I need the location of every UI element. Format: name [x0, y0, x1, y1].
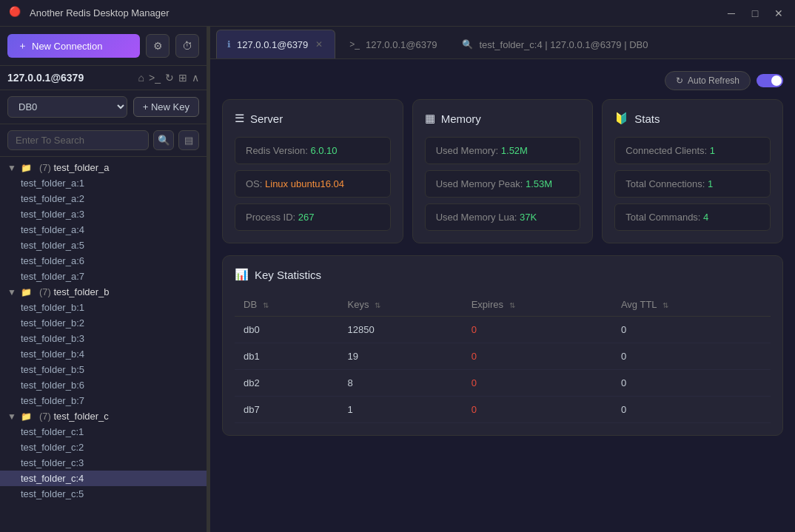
- sort-icon: ⇅: [375, 301, 380, 309]
- col-expires[interactable]: Expires ⇅: [463, 293, 612, 317]
- new-key-button[interactable]: + New Key: [133, 97, 199, 117]
- cell-db: db7: [235, 397, 339, 423]
- os-value: Linux ubuntu16.04: [265, 178, 344, 189]
- cell-db: db0: [235, 317, 339, 343]
- sort-icon: ⇅: [509, 301, 515, 309]
- list-item[interactable]: test_folder_a:1: [0, 175, 207, 191]
- used-memory-field: Used Memory: 1.52M: [425, 137, 581, 164]
- minimize-button[interactable]: ─: [724, 7, 739, 19]
- server-card-title: ☰ Server: [235, 112, 391, 125]
- grid-icon[interactable]: ⊞: [178, 72, 187, 84]
- col-keys[interactable]: Keys ⇅: [339, 293, 463, 317]
- list-item[interactable]: test_folder_a:7: [0, 269, 207, 284]
- col-db[interactable]: DB ⇅: [235, 293, 339, 317]
- list-item[interactable]: test_folder_b:6: [0, 377, 207, 393]
- app-title: Another Redis Desktop Manager: [30, 7, 724, 18]
- folder-b-header[interactable]: ▼ 📁 (7) test_folder_b: [0, 284, 207, 300]
- cell-avg-ttl: 0: [612, 370, 771, 397]
- sidebar: ＋ New Connection ⚙ ⏱ 127.0.0.1@6379 ⌂ >_…: [0, 27, 207, 532]
- table-row[interactable]: db2 8 0 0: [235, 370, 771, 397]
- filter-button[interactable]: ▤: [178, 130, 199, 150]
- folder-icon: 📁: [21, 287, 32, 297]
- table-row[interactable]: db7 1 0 0: [235, 397, 771, 423]
- app-logo: 🔴: [9, 6, 24, 21]
- used-memory-peak-value: 1.53M: [526, 178, 552, 189]
- connected-clients-field: Connected Clients: 1: [614, 137, 771, 164]
- maximize-button[interactable]: □: [748, 7, 762, 19]
- table-row[interactable]: db1 19 0 0: [235, 343, 771, 370]
- tab-key-label: test_folder_c:4 | 127.0.0.1@6379 | DB0: [479, 39, 648, 50]
- list-item[interactable]: test_folder_a:2: [0, 191, 207, 206]
- folder-b-name: test_folder_b: [51, 286, 110, 297]
- list-item[interactable]: test_folder_c:4: [0, 471, 207, 486]
- used-memory-lua-value: 37K: [520, 212, 537, 223]
- tab-key[interactable]: 🔍 test_folder_c:4 | 127.0.0.1@6379 | DB0: [451, 30, 659, 58]
- filter-icon: ▤: [184, 135, 193, 146]
- tab-info[interactable]: ℹ 127.0.0.1@6379 ✕: [216, 30, 335, 58]
- list-item[interactable]: test_folder_c:5: [0, 486, 207, 502]
- cards-row: ☰ Server Redis Version: 6.0.10 OS: Linux…: [222, 99, 783, 243]
- list-item[interactable]: test_folder_a:6: [0, 253, 207, 269]
- used-memory-value: 1.52M: [501, 145, 528, 156]
- memory-card: ▦ Memory Used Memory: 1.52M Used Memory …: [412, 99, 594, 243]
- cell-avg-ttl: 0: [612, 397, 771, 423]
- tab-terminal-label: 127.0.0.1@6379: [366, 39, 437, 50]
- new-connection-button[interactable]: ＋ New Connection: [7, 34, 140, 58]
- auto-refresh-toggle[interactable]: [757, 74, 783, 87]
- list-item[interactable]: test_folder_c:3: [0, 455, 207, 471]
- list-item[interactable]: test_folder_a:5: [0, 238, 207, 253]
- connection-name: 127.0.0.1@6379: [7, 72, 84, 84]
- key-statistics-table: DB ⇅ Keys ⇅ Expires ⇅: [235, 293, 771, 423]
- table-row[interactable]: db0 12850 0 0: [235, 317, 771, 343]
- sort-icon: ⇅: [662, 301, 668, 309]
- connected-clients-value: 1: [710, 145, 715, 156]
- folder-icon: 📁: [21, 411, 32, 422]
- server-card: ☰ Server Redis Version: 6.0.10 OS: Linux…: [222, 99, 403, 243]
- list-item[interactable]: test_folder_b:3: [0, 331, 207, 346]
- cell-expires: 0: [463, 317, 612, 343]
- list-item[interactable]: test_folder_c:2: [0, 440, 207, 455]
- memory-icon: ▦: [425, 112, 435, 125]
- cell-keys: 19: [339, 343, 463, 370]
- list-item[interactable]: test_folder_b:5: [0, 362, 207, 377]
- settings-button[interactable]: ⚙: [146, 34, 170, 58]
- connection-bar: 127.0.0.1@6379 ⌂ >_ ↻ ⊞ ∧: [0, 66, 207, 90]
- refresh-icon[interactable]: ↻: [165, 72, 174, 84]
- right-panel: ℹ 127.0.0.1@6379 ✕ >_ 127.0.0.1@6379 🔍 t…: [210, 27, 795, 532]
- close-button[interactable]: ✕: [771, 7, 786, 19]
- process-id-value: 267: [298, 212, 315, 223]
- total-connections-field: Total Connections: 1: [614, 170, 771, 198]
- total-commands-field: Total Commands: 4: [614, 203, 771, 231]
- list-item[interactable]: test_folder_a:4: [0, 222, 207, 238]
- cell-keys: 12850: [339, 317, 463, 343]
- home-icon[interactable]: ⌂: [138, 72, 144, 84]
- list-item[interactable]: test_folder_b:2: [0, 315, 207, 331]
- auto-refresh-button[interactable]: ↻ Auto Refresh: [665, 71, 751, 90]
- list-item[interactable]: test_folder_b:4: [0, 346, 207, 362]
- folder-a-header[interactable]: ▼ 📁 (7) test_folder_a: [0, 160, 207, 175]
- history-button[interactable]: ⏱: [175, 34, 199, 58]
- list-item[interactable]: test_folder_b:1: [0, 300, 207, 315]
- folder-c-header[interactable]: ▼ 📁 (7) test_folder_c: [0, 408, 207, 424]
- db-select[interactable]: DB0 DB1 DB2: [7, 96, 127, 118]
- content-area: ↻ Auto Refresh ☰ Server Redis Version: 6…: [210, 59, 795, 532]
- cell-expires: 0: [463, 370, 612, 397]
- stats-card-title: 🔰 Stats: [614, 112, 771, 125]
- collapse-icon[interactable]: ∧: [192, 72, 199, 84]
- cell-keys: 1: [339, 397, 463, 423]
- cell-expires: 0: [463, 397, 612, 423]
- chevron-down-icon: ▼: [7, 411, 16, 422]
- list-item[interactable]: test_folder_a:3: [0, 206, 207, 222]
- search-input[interactable]: [7, 130, 149, 150]
- terminal-icon: >_: [349, 39, 360, 50]
- list-item[interactable]: test_folder_c:1: [0, 424, 207, 440]
- key-statistics-title: 📊 Key Statistics: [235, 268, 771, 281]
- folder-c-count: (7): [39, 411, 51, 422]
- tab-close-icon[interactable]: ✕: [314, 38, 324, 51]
- search-icon: 🔍: [462, 39, 473, 50]
- search-button[interactable]: 🔍: [153, 130, 174, 150]
- list-item[interactable]: test_folder_b:7: [0, 393, 207, 408]
- col-avg-ttl[interactable]: Avg TTL ⇅: [612, 293, 771, 317]
- terminal-icon[interactable]: >_: [149, 72, 161, 84]
- tab-terminal[interactable]: >_ 127.0.0.1@6379: [338, 30, 448, 58]
